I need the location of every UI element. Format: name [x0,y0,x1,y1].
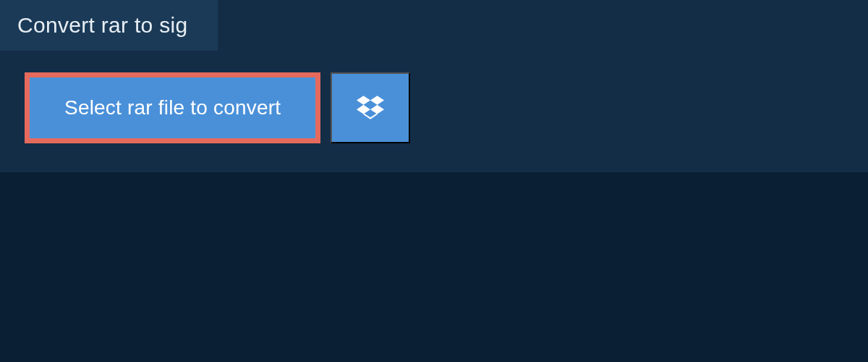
dropbox-button[interactable] [331,72,410,143]
dropbox-icon [357,93,384,123]
converter-panel: Convert rar to sig Select rar file to co… [0,0,868,172]
tab-active[interactable]: Convert rar to sig [0,0,218,51]
select-file-label: Select rar file to convert [64,96,281,119]
select-file-button[interactable]: Select rar file to convert [25,72,320,143]
tab-title: Convert rar to sig [17,13,187,37]
button-row: Select rar file to convert [0,51,868,143]
